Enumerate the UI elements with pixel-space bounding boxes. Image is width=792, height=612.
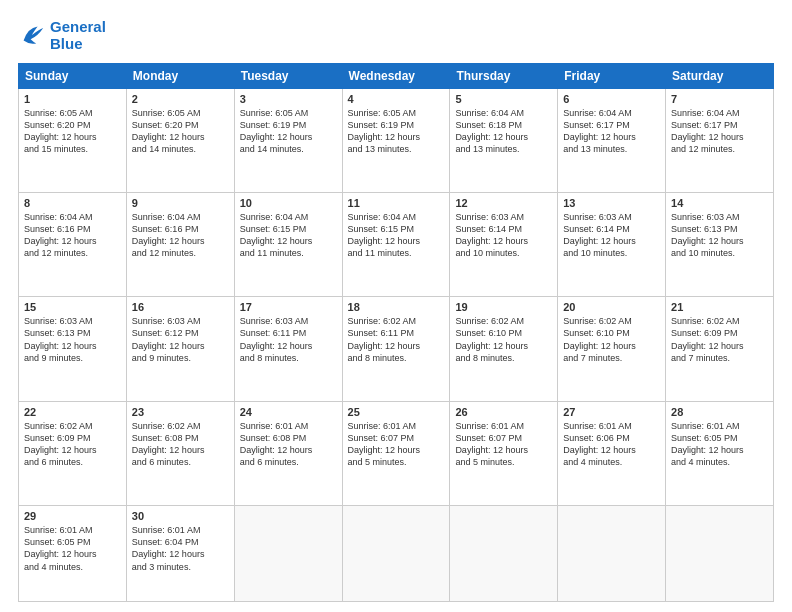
day-number: 16 bbox=[132, 301, 229, 313]
day-number: 18 bbox=[348, 301, 445, 313]
logo-text: General Blue bbox=[50, 18, 106, 53]
day-info: Sunrise: 6:01 AM Sunset: 6:05 PM Dayligh… bbox=[24, 524, 121, 573]
day-number: 20 bbox=[563, 301, 660, 313]
day-number: 26 bbox=[455, 406, 552, 418]
day-number: 11 bbox=[348, 197, 445, 209]
calendar-day-cell: 23Sunrise: 6:02 AM Sunset: 6:08 PM Dayli… bbox=[126, 401, 234, 505]
header: General Blue bbox=[18, 18, 774, 53]
day-number: 4 bbox=[348, 93, 445, 105]
day-info: Sunrise: 6:03 AM Sunset: 6:13 PM Dayligh… bbox=[671, 211, 768, 260]
day-number: 23 bbox=[132, 406, 229, 418]
day-info: Sunrise: 6:04 AM Sunset: 6:15 PM Dayligh… bbox=[348, 211, 445, 260]
calendar-day-cell: 30Sunrise: 6:01 AM Sunset: 6:04 PM Dayli… bbox=[126, 506, 234, 602]
calendar-day-cell: 9Sunrise: 6:04 AM Sunset: 6:16 PM Daylig… bbox=[126, 192, 234, 296]
calendar-day-cell: 24Sunrise: 6:01 AM Sunset: 6:08 PM Dayli… bbox=[234, 401, 342, 505]
calendar-day-cell: 21Sunrise: 6:02 AM Sunset: 6:09 PM Dayli… bbox=[666, 297, 774, 401]
day-number: 14 bbox=[671, 197, 768, 209]
day-info: Sunrise: 6:03 AM Sunset: 6:11 PM Dayligh… bbox=[240, 315, 337, 364]
day-number: 30 bbox=[132, 510, 229, 522]
calendar-day-cell: 26Sunrise: 6:01 AM Sunset: 6:07 PM Dayli… bbox=[450, 401, 558, 505]
calendar-day-cell bbox=[342, 506, 450, 602]
calendar-day-cell: 15Sunrise: 6:03 AM Sunset: 6:13 PM Dayli… bbox=[19, 297, 127, 401]
calendar-header-saturday: Saturday bbox=[666, 63, 774, 88]
day-number: 9 bbox=[132, 197, 229, 209]
day-info: Sunrise: 6:01 AM Sunset: 6:05 PM Dayligh… bbox=[671, 420, 768, 469]
calendar-week-row: 29Sunrise: 6:01 AM Sunset: 6:05 PM Dayli… bbox=[19, 506, 774, 602]
day-info: Sunrise: 6:04 AM Sunset: 6:15 PM Dayligh… bbox=[240, 211, 337, 260]
calendar-day-cell bbox=[450, 506, 558, 602]
day-number: 22 bbox=[24, 406, 121, 418]
day-info: Sunrise: 6:01 AM Sunset: 6:06 PM Dayligh… bbox=[563, 420, 660, 469]
day-number: 24 bbox=[240, 406, 337, 418]
calendar-day-cell: 3Sunrise: 6:05 AM Sunset: 6:19 PM Daylig… bbox=[234, 88, 342, 192]
calendar-header-sunday: Sunday bbox=[19, 63, 127, 88]
day-info: Sunrise: 6:02 AM Sunset: 6:10 PM Dayligh… bbox=[455, 315, 552, 364]
day-number: 3 bbox=[240, 93, 337, 105]
day-info: Sunrise: 6:01 AM Sunset: 6:07 PM Dayligh… bbox=[455, 420, 552, 469]
calendar-day-cell: 12Sunrise: 6:03 AM Sunset: 6:14 PM Dayli… bbox=[450, 192, 558, 296]
calendar-day-cell: 7Sunrise: 6:04 AM Sunset: 6:17 PM Daylig… bbox=[666, 88, 774, 192]
day-info: Sunrise: 6:02 AM Sunset: 6:10 PM Dayligh… bbox=[563, 315, 660, 364]
day-number: 6 bbox=[563, 93, 660, 105]
calendar-day-cell: 29Sunrise: 6:01 AM Sunset: 6:05 PM Dayli… bbox=[19, 506, 127, 602]
day-number: 15 bbox=[24, 301, 121, 313]
calendar-header-row: SundayMondayTuesdayWednesdayThursdayFrid… bbox=[19, 63, 774, 88]
day-number: 10 bbox=[240, 197, 337, 209]
day-number: 17 bbox=[240, 301, 337, 313]
day-number: 8 bbox=[24, 197, 121, 209]
day-info: Sunrise: 6:03 AM Sunset: 6:14 PM Dayligh… bbox=[563, 211, 660, 260]
calendar-week-row: 15Sunrise: 6:03 AM Sunset: 6:13 PM Dayli… bbox=[19, 297, 774, 401]
calendar-day-cell bbox=[234, 506, 342, 602]
calendar-day-cell: 10Sunrise: 6:04 AM Sunset: 6:15 PM Dayli… bbox=[234, 192, 342, 296]
calendar-day-cell: 13Sunrise: 6:03 AM Sunset: 6:14 PM Dayli… bbox=[558, 192, 666, 296]
calendar-day-cell: 6Sunrise: 6:04 AM Sunset: 6:17 PM Daylig… bbox=[558, 88, 666, 192]
day-number: 19 bbox=[455, 301, 552, 313]
day-number: 21 bbox=[671, 301, 768, 313]
calendar-day-cell: 18Sunrise: 6:02 AM Sunset: 6:11 PM Dayli… bbox=[342, 297, 450, 401]
day-number: 27 bbox=[563, 406, 660, 418]
day-number: 25 bbox=[348, 406, 445, 418]
logo-icon bbox=[18, 21, 46, 49]
calendar-header-thursday: Thursday bbox=[450, 63, 558, 88]
day-number: 29 bbox=[24, 510, 121, 522]
calendar-header-tuesday: Tuesday bbox=[234, 63, 342, 88]
calendar-day-cell: 14Sunrise: 6:03 AM Sunset: 6:13 PM Dayli… bbox=[666, 192, 774, 296]
calendar-header-monday: Monday bbox=[126, 63, 234, 88]
calendar-header-friday: Friday bbox=[558, 63, 666, 88]
day-info: Sunrise: 6:01 AM Sunset: 6:04 PM Dayligh… bbox=[132, 524, 229, 573]
day-info: Sunrise: 6:05 AM Sunset: 6:20 PM Dayligh… bbox=[132, 107, 229, 156]
calendar-header-wednesday: Wednesday bbox=[342, 63, 450, 88]
calendar-day-cell: 11Sunrise: 6:04 AM Sunset: 6:15 PM Dayli… bbox=[342, 192, 450, 296]
calendar-table: SundayMondayTuesdayWednesdayThursdayFrid… bbox=[18, 63, 774, 603]
day-info: Sunrise: 6:01 AM Sunset: 6:08 PM Dayligh… bbox=[240, 420, 337, 469]
day-info: Sunrise: 6:04 AM Sunset: 6:16 PM Dayligh… bbox=[132, 211, 229, 260]
calendar-week-row: 8Sunrise: 6:04 AM Sunset: 6:16 PM Daylig… bbox=[19, 192, 774, 296]
calendar-day-cell bbox=[666, 506, 774, 602]
day-number: 28 bbox=[671, 406, 768, 418]
day-number: 13 bbox=[563, 197, 660, 209]
calendar-day-cell: 19Sunrise: 6:02 AM Sunset: 6:10 PM Dayli… bbox=[450, 297, 558, 401]
day-info: Sunrise: 6:04 AM Sunset: 6:16 PM Dayligh… bbox=[24, 211, 121, 260]
calendar-day-cell bbox=[558, 506, 666, 602]
day-info: Sunrise: 6:05 AM Sunset: 6:20 PM Dayligh… bbox=[24, 107, 121, 156]
day-number: 5 bbox=[455, 93, 552, 105]
calendar-day-cell: 25Sunrise: 6:01 AM Sunset: 6:07 PM Dayli… bbox=[342, 401, 450, 505]
day-info: Sunrise: 6:03 AM Sunset: 6:14 PM Dayligh… bbox=[455, 211, 552, 260]
day-info: Sunrise: 6:02 AM Sunset: 6:08 PM Dayligh… bbox=[132, 420, 229, 469]
calendar-day-cell: 17Sunrise: 6:03 AM Sunset: 6:11 PM Dayli… bbox=[234, 297, 342, 401]
day-info: Sunrise: 6:01 AM Sunset: 6:07 PM Dayligh… bbox=[348, 420, 445, 469]
day-info: Sunrise: 6:05 AM Sunset: 6:19 PM Dayligh… bbox=[348, 107, 445, 156]
day-number: 1 bbox=[24, 93, 121, 105]
day-info: Sunrise: 6:02 AM Sunset: 6:09 PM Dayligh… bbox=[671, 315, 768, 364]
calendar-day-cell: 8Sunrise: 6:04 AM Sunset: 6:16 PM Daylig… bbox=[19, 192, 127, 296]
day-number: 7 bbox=[671, 93, 768, 105]
calendar-day-cell: 27Sunrise: 6:01 AM Sunset: 6:06 PM Dayli… bbox=[558, 401, 666, 505]
calendar-day-cell: 16Sunrise: 6:03 AM Sunset: 6:12 PM Dayli… bbox=[126, 297, 234, 401]
day-info: Sunrise: 6:04 AM Sunset: 6:18 PM Dayligh… bbox=[455, 107, 552, 156]
day-info: Sunrise: 6:03 AM Sunset: 6:12 PM Dayligh… bbox=[132, 315, 229, 364]
day-number: 2 bbox=[132, 93, 229, 105]
calendar-day-cell: 4Sunrise: 6:05 AM Sunset: 6:19 PM Daylig… bbox=[342, 88, 450, 192]
calendar-day-cell: 5Sunrise: 6:04 AM Sunset: 6:18 PM Daylig… bbox=[450, 88, 558, 192]
calendar-week-row: 22Sunrise: 6:02 AM Sunset: 6:09 PM Dayli… bbox=[19, 401, 774, 505]
day-info: Sunrise: 6:04 AM Sunset: 6:17 PM Dayligh… bbox=[563, 107, 660, 156]
